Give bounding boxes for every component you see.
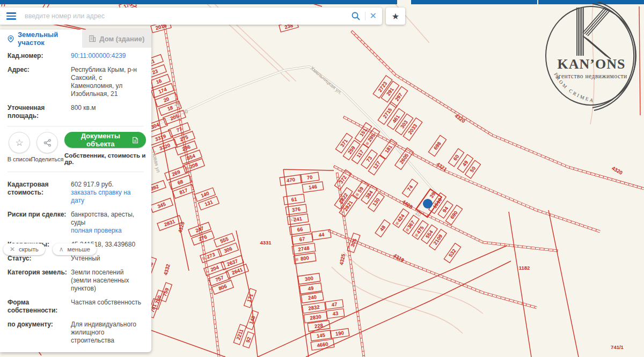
- svg-text:4320: 4320: [611, 165, 624, 176]
- logo-subtitle: агентство недвижимости: [555, 73, 627, 80]
- svg-text:384: 384: [364, 189, 375, 200]
- svg-text:Хмельницкая ул.: Хмельницкая ул.: [309, 65, 343, 95]
- map-label: Хмельницкая ул.: [309, 65, 343, 95]
- parcel[interactable]: 554: [180, 150, 202, 164]
- parcel[interactable]: 47: [325, 300, 343, 309]
- parcel[interactable]: 174: [151, 84, 174, 98]
- search-bar: ✕: [0, 8, 382, 25]
- svg-text:4660: 4660: [317, 341, 328, 348]
- search-icon[interactable]: [351, 11, 361, 21]
- agency-logo: KAN’ONS агентство недвижимости FROM CRIM…: [540, 2, 643, 114]
- svg-text:470: 470: [286, 176, 295, 183]
- parcel[interactable]: 49: [299, 283, 322, 294]
- parcel[interactable]: 190: [330, 329, 349, 339]
- svg-text:4331: 4331: [260, 240, 272, 246]
- parcel[interactable]: 800: [294, 253, 316, 264]
- svg-text:Новая ул: Новая ул: [151, 151, 162, 173]
- share-button[interactable]: [36, 132, 58, 153]
- parcel[interactable]: 345: [150, 198, 173, 213]
- panel-controls: ✕ скрыть ∧ меньше: [3, 243, 97, 255]
- order-report-link[interactable]: заказать справку на дату: [71, 189, 144, 205]
- svg-text:146: 146: [308, 183, 317, 190]
- parcel[interactable]: 68: [169, 175, 192, 190]
- parcel[interactable]: 43: [326, 309, 345, 318]
- svg-text:367: 367: [406, 219, 416, 229]
- parcel[interactable]: 532: [444, 243, 460, 263]
- parcel[interactable]: 300: [298, 273, 320, 284]
- map-label: 1182: [519, 265, 530, 271]
- parcel[interactable]: 146: [302, 182, 324, 192]
- map-label: 4331: [260, 240, 272, 246]
- parcel[interactable]: 67: [291, 234, 313, 244]
- tab-label: Земельный участок: [18, 31, 82, 47]
- menu-icon[interactable]: [6, 12, 16, 20]
- parcel[interactable]: 171: [244, 288, 257, 308]
- hide-panel-button[interactable]: ✕ скрыть: [3, 243, 45, 255]
- parcel[interactable]: 140: [195, 188, 216, 201]
- svg-text:4332: 4332: [163, 263, 171, 276]
- parcel[interactable]: 92: [243, 332, 254, 348]
- divider: [365, 12, 365, 20]
- selected-parcel-marker[interactable]: [423, 199, 433, 209]
- panel-tabs: Земельный участок Дом (здание): [0, 29, 151, 48]
- svg-text:690: 690: [449, 210, 459, 220]
- full-check-link[interactable]: полная проверка: [71, 227, 122, 235]
- favorites-button[interactable]: ★: [386, 8, 405, 25]
- parcel[interactable]: 44: [312, 229, 331, 240]
- svg-text:2605: 2605: [398, 152, 410, 165]
- parcel[interactable]: 70: [300, 172, 319, 183]
- logo-title: KAN’ONS: [558, 56, 626, 72]
- tab-building[interactable]: Дом (здание): [82, 29, 151, 48]
- svg-text:1182: 1182: [519, 265, 530, 271]
- parcel[interactable]: 48: [375, 220, 390, 237]
- clear-search-icon[interactable]: ✕: [370, 12, 377, 20]
- svg-text:2831: 2831: [163, 218, 176, 228]
- svg-text:461: 461: [391, 114, 401, 124]
- svg-text:300: 300: [304, 275, 313, 282]
- detail-by-document: по документу: Для индивидуального жилищн…: [8, 321, 144, 345]
- parcel[interactable]: 2605: [395, 148, 413, 170]
- parcel[interactable]: 698: [428, 135, 446, 156]
- svg-text:74: 74: [406, 184, 414, 192]
- add-to-list-button[interactable]: ☆: [9, 132, 30, 153]
- svg-text:2641: 2641: [231, 266, 244, 276]
- parcel[interactable]: 306: [218, 243, 239, 256]
- svg-text:3319: 3319: [154, 133, 167, 143]
- svg-text:2830: 2830: [310, 314, 321, 321]
- tab-label: Дом (здание): [99, 35, 144, 43]
- svg-text:698: 698: [433, 140, 442, 151]
- object-documents-button[interactable]: Документы объекта: [64, 132, 146, 148]
- svg-text:18: 18: [166, 105, 174, 112]
- parcel[interactable]: 74: [402, 179, 418, 197]
- map-label: 4325: [338, 253, 346, 266]
- svg-text:16: 16: [155, 78, 163, 85]
- parcel[interactable]: 2832: [302, 302, 326, 314]
- collapse-panel-button[interactable]: ∧ меньше: [53, 243, 97, 255]
- document-icon: [133, 136, 138, 144]
- svg-text:117: 117: [355, 148, 365, 159]
- parcel[interactable]: 555: [214, 233, 235, 247]
- svg-text:424: 424: [396, 213, 406, 224]
- svg-text:532: 532: [448, 248, 457, 258]
- svg-text:47: 47: [331, 301, 338, 308]
- svg-text:2109: 2109: [432, 233, 443, 246]
- parcel[interactable]: 208: [183, 159, 204, 173]
- cadastral-number-link[interactable]: 90:11:000000:4239: [71, 52, 126, 60]
- parcel[interactable]: 240: [301, 292, 324, 303]
- svg-text:4325: 4325: [338, 253, 346, 266]
- search-input[interactable]: [24, 12, 351, 20]
- tab-land-parcel[interactable]: Земельный участок: [0, 29, 82, 48]
- parcel[interactable]: 66: [289, 224, 311, 235]
- svg-text:70: 70: [306, 174, 313, 181]
- parcel[interactable]: 470: [280, 175, 302, 185]
- map-label: 4332: [163, 263, 171, 276]
- parcel[interactable]: 806: [212, 280, 233, 294]
- field-area: Уточненная площадь: 800 кв.м: [8, 104, 144, 120]
- map-label: 4320: [453, 113, 466, 124]
- parcel[interactable]: 2748: [292, 243, 316, 255]
- svg-text:68: 68: [177, 178, 184, 186]
- svg-text:371: 371: [339, 138, 349, 148]
- parcel[interactable]: 148: [246, 310, 259, 330]
- svg-text:376: 376: [291, 206, 301, 213]
- field-address: Адрес: Республика Крым, р-н Сакский, с К…: [8, 66, 144, 98]
